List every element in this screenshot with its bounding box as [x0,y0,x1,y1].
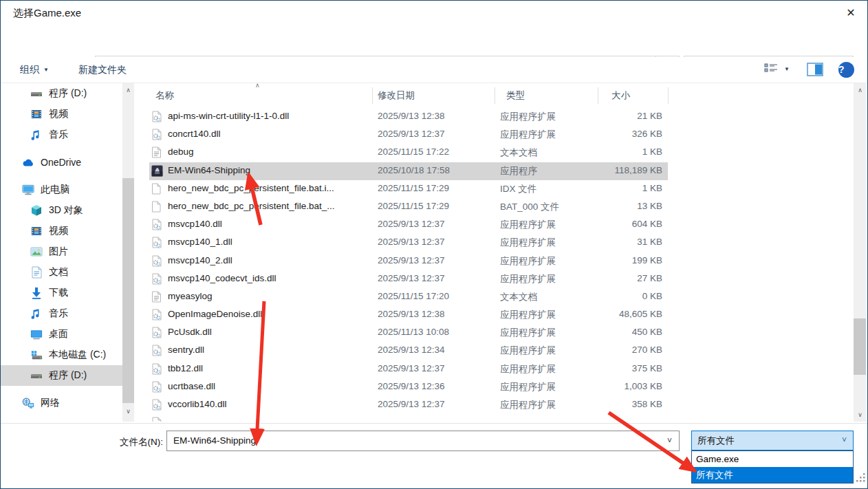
file-size: 1 KB [585,183,662,193]
file-dialog-window: 选择Game.exe ✕ ← → ˅ ↑ 此电脑›程序 (D:)›Duet Ni… [0,0,868,489]
sidebar-scrollbar[interactable]: ∧ ∨ [122,83,134,422]
download-icon [30,286,43,300]
dll-icon [151,399,163,411]
sidebar-item[interactable]: 此电脑 [1,180,122,200]
file-modified-date: 2025/9/13 12:38 [378,309,445,319]
file-row[interactable] [145,414,854,422]
file-size: 0 KB [585,291,662,301]
text-icon [151,291,163,303]
scroll-up-icon[interactable]: ∧ [854,85,866,96]
file-modified-date: 2025/9/13 12:37 [378,255,445,265]
filetype-option[interactable]: Game.exe [692,451,853,467]
scroll-up-icon[interactable]: ∧ [122,85,134,96]
sidebar-item[interactable]: 本地磁盘 (C:) [1,345,122,365]
column-header-type[interactable]: 类型 [506,89,525,102]
sidebar-item-label: 程序 (D:) [49,369,87,382]
close-icon[interactable]: ✕ [841,5,860,21]
sidebar-item-label: 视频 [49,225,68,237]
column-header-date[interactable]: 修改日期 [378,89,415,102]
sidebar-item-label: 本地磁盘 (C:) [49,349,106,361]
file-modified-date: 2025/9/13 12:37 [378,399,445,409]
filename-label: 文件名(N): [75,436,163,448]
details-view-icon [764,63,779,76]
file-name: hero_new_bdc_pc_persistent_file.bat.i... [168,183,334,193]
sidebar-item[interactable]: 视频 [1,104,122,124]
sidebar-item[interactable]: 音乐 [1,303,122,324]
file-type: 应用程序扩展 [500,345,556,357]
dll-icon [151,237,163,248]
text-icon [151,146,163,158]
music-icon [30,128,43,142]
chevron-down-icon: ˅ [667,436,672,446]
sidebar-item[interactable]: 程序 (D:) [1,83,122,104]
file-row[interactable]: msvcp140_codecvt_ids.dll 2025/9/13 12:37… [145,270,854,288]
file-row[interactable]: vccorlib140.dll 2025/9/13 12:37 应用程序扩展 3… [145,396,854,414]
file-row[interactable]: hero_new_bdc_pc_persistent_file.bat_... … [145,198,854,216]
file-name: msvcp140_1.dll [168,237,232,247]
filetype-select[interactable]: 所有文件 ˅ [691,431,854,450]
file-modified-date: 2025/11/13 10:08 [378,327,449,337]
file-type: BAT_000 文件 [500,201,559,213]
file-size: 118,189 KB [585,165,662,175]
sidebar-item[interactable]: 程序 (D:) [1,365,122,386]
file-name: msvcp140_codecvt_ids.dll [168,273,276,283]
file-name: debug [168,146,194,157]
file-row[interactable]: msvcp140.dll 2025/9/13 12:37 应用程序扩展 604 … [145,216,854,234]
file-row[interactable]: api-ms-win-crt-utility-l1-1-0.dll 2025/9… [145,108,854,126]
sidebar-item[interactable]: 网络 [1,393,122,413]
cube-icon [30,204,43,217]
scrollbar-thumb[interactable] [122,178,134,403]
file-row[interactable]: tbb12.dll 2025/9/13 12:37 应用程序扩展 375 KB [145,360,854,378]
sidebar-item[interactable]: 图片 [1,241,122,262]
file-row[interactable]: PcUsdk.dll 2025/11/13 10:08 应用程序扩展 450 K… [145,324,854,342]
sidebar-item[interactable]: 音乐 [1,124,122,145]
file-modified-date: 2025/11/15 17:29 [378,201,449,211]
chevron-down-icon: ▼ [43,67,49,73]
file-row[interactable]: sentry.dll 2025/9/13 12:34 应用程序扩展 270 KB [145,342,854,360]
column-header-size[interactable]: 大小 [611,89,630,102]
file-row[interactable]: OpenImageDenoise.dll 2025/9/13 12:38 应用程… [145,306,854,324]
dll-icon [151,255,163,267]
scroll-down-icon[interactable]: ∨ [854,409,866,421]
change-view-button[interactable]: ▼ [764,63,790,76]
sidebar-item[interactable]: 视频 [1,221,122,241]
file-row[interactable]: myeasylog 2025/11/15 17:20 文本文档 0 KB [145,288,854,306]
file-row[interactable]: msvcp140_2.dll 2025/9/13 12:37 应用程序扩展 19… [145,252,854,270]
file-row[interactable]: EM-Win64-Shipping 2025/10/18 17:58 应用程序 … [145,162,854,180]
pictures-icon [30,245,43,259]
sidebar-item[interactable]: 桌面 [1,324,122,345]
filetype-dropdown-list: Game.exe所有文件 [691,450,854,483]
file-row[interactable]: concrt140.dll 2025/9/13 12:37 应用程序扩展 326… [145,126,854,144]
preview-pane-icon[interactable] [807,63,823,76]
file-modified-date: 2025/9/13 12:37 [378,363,445,373]
column-header-name[interactable]: 名称 [155,89,174,102]
sidebar-item[interactable]: 3D 对象 [1,200,122,221]
filetype-option[interactable]: 所有文件 [692,467,853,483]
file-type: 应用程序扩展 [500,219,556,231]
content-area: 程序 (D:) 视频 音乐 OneDrive 此电脑 3D 对象 视频 图片 文… [1,83,868,423]
file-row[interactable]: msvcp140_1.dll 2025/9/13 12:37 应用程序扩展 31… [145,234,854,252]
sidebar-item[interactable]: OneDrive [1,152,122,173]
sidebar-item[interactable]: 文档 [1,262,122,283]
sidebar-item[interactable]: 下载 [1,283,122,303]
file-row[interactable]: hero_new_bdc_pc_persistent_file.bat.i...… [145,180,854,198]
file-row[interactable]: ucrtbase.dll 2025/9/13 12:36 应用程序扩展 1,00… [145,378,854,396]
dialog-footer: 文件名(N): EM-Win64-Shipping ˅ 所有文件 ˅ Game.… [1,423,868,489]
resize-grip[interactable] [855,472,866,486]
help-button[interactable]: ? [838,62,854,78]
file-list-scrollbar[interactable]: ∧ ∨ [854,83,866,422]
file-size: 270 KB [585,345,662,355]
organize-button[interactable]: 组织▼ [20,64,49,76]
music-icon [30,307,43,320]
scroll-down-icon[interactable]: ∨ [122,406,134,417]
file-modified-date: 2025/11/15 17:20 [378,291,449,301]
sidebar-item-label: 视频 [49,108,68,120]
file-row[interactable]: debug 2025/11/15 17:22 文本文档 1 KB [145,144,854,162]
dll-icon [151,363,163,375]
file-name: myeasylog [168,291,213,301]
new-folder-button[interactable]: 新建文件夹 [78,64,127,76]
file-modified-date: 2025/9/13 12:36 [378,381,445,391]
file-name: EM-Win64-Shipping [168,165,250,175]
scrollbar-thumb[interactable] [854,318,866,375]
filename-input[interactable]: EM-Win64-Shipping ˅ [166,431,680,451]
